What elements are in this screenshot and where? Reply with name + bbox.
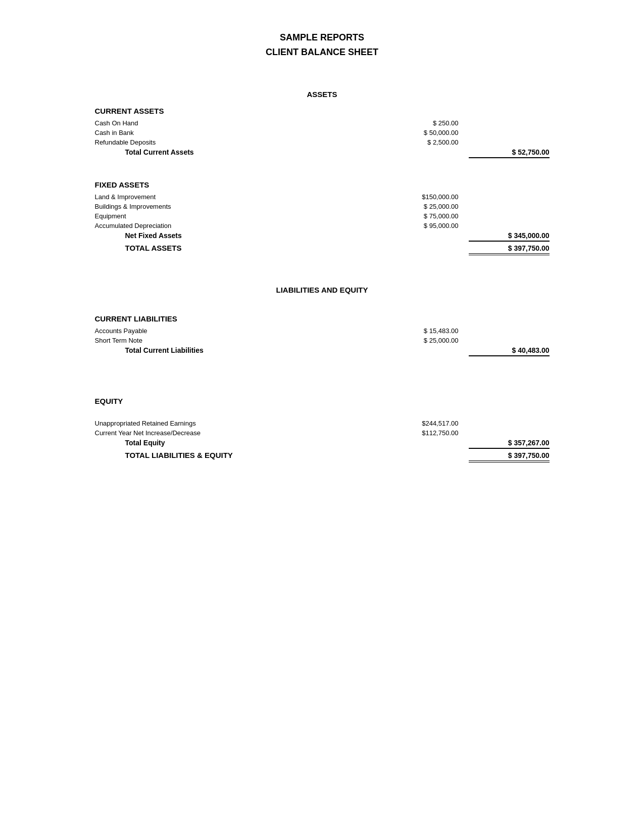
cash-in-bank-label: Cash in Bank [95,129,388,136]
total-current-liabilities-amount: $ 40,483.00 [469,346,550,356]
list-item: Land & Improvement $150,000.00 [95,193,550,201]
list-item: Refundable Deposits $ 2,500.00 [95,138,550,146]
assets-header: ASSETS [95,90,550,99]
list-item: Cash On Hand $ 250.00 [95,119,550,127]
current-assets-section: CURRENT ASSETS Cash On Hand $ 250.00 Cas… [95,107,550,158]
total-current-assets-amount: $ 52,750.00 [469,148,550,158]
title-line1: SAMPLE REPORTS [280,32,364,42]
fixed-assets-label: FIXED ASSETS [95,180,550,189]
current-assets-label: CURRENT ASSETS [95,107,550,115]
buildings-improvements-label: Buildings & Improvements [95,203,388,210]
total-current-liabilities-label: Total Current Liabilities [95,346,388,354]
accounts-payable-label: Accounts Payable [95,327,388,335]
short-term-note-amount: $ 25,000.00 [388,337,469,344]
net-fixed-assets-label: Net Fixed Assets [95,231,388,240]
accounts-payable-amount: $ 15,483.00 [388,327,469,335]
cash-on-hand-amount: $ 250.00 [388,119,469,127]
accumulated-depreciation-amount: $ 95,000.00 [388,222,469,229]
current-liabilities-section: CURRENT LIABILITIES Accounts Payable $ 1… [95,314,550,356]
list-item: Equipment $ 75,000.00 [95,212,550,220]
accumulated-depreciation-label: Accumulated Depreciation [95,222,388,229]
total-equity-amount: $ 357,267.00 [469,439,550,449]
total-current-liabilities-row: Total Current Liabilities $ 40,483.00 [95,346,550,356]
current-year-net-amount: $112,750.00 [388,429,469,437]
land-improvement-label: Land & Improvement [95,193,388,201]
total-equity-label: Total Equity [95,439,388,447]
list-item: Buildings & Improvements $ 25,000.00 [95,203,550,210]
total-liabilities-equity-label: Total Liabilities & Equity [95,451,388,459]
title-line2: CLIENT BALANCE SHEET [266,47,378,57]
refundable-deposits-amount: $ 2,500.00 [388,138,469,146]
liabilities-equity-header: LIABILITIES AND EQUITY [95,286,550,294]
land-improvement-amount: $150,000.00 [388,193,469,201]
list-item: Accounts Payable $ 15,483.00 [95,327,550,335]
short-term-note-label: Short Term Note [95,337,388,344]
total-liabilities-equity-row: Total Liabilities & Equity $ 397,750.00 [95,451,550,462]
list-item: Unappropriated Retained Earnings $244,51… [95,420,550,427]
current-year-net-label: Current Year Net Increase/Decrease [95,429,388,437]
total-liabilities-equity-amount: $ 397,750.00 [469,451,550,462]
current-liabilities-label: CURRENT LIABILITIES [95,314,550,323]
cash-on-hand-label: Cash On Hand [95,119,388,127]
equipment-amount: $ 75,000.00 [388,212,469,220]
unappropriated-retained-earnings-amount: $244,517.00 [388,420,469,427]
total-current-assets-row: Total Current Assets $ 52,750.00 [95,148,550,158]
total-assets-amount: $ 397,750.00 [469,244,550,255]
report-title: SAMPLE REPORTS CLIENT BALANCE SHEET [95,30,550,60]
total-assets-label: TOTAL ASSETS [95,244,388,252]
total-current-assets-label: Total Current Assets [95,148,388,156]
fixed-assets-section: FIXED ASSETS Land & Improvement $150,000… [95,180,550,255]
total-equity-row: Total Equity $ 357,267.00 [95,439,550,449]
list-item: Accumulated Depreciation $ 95,000.00 [95,222,550,229]
list-item: Short Term Note $ 25,000.00 [95,337,550,344]
equity-section: EQUITY Unappropriated Retained Earnings … [95,397,550,462]
equity-label: EQUITY [95,397,550,405]
total-assets-row: TOTAL ASSETS $ 397,750.00 [95,244,550,255]
unappropriated-retained-earnings-label: Unappropriated Retained Earnings [95,420,388,427]
list-item: Cash in Bank $ 50,000.00 [95,129,550,136]
cash-in-bank-amount: $ 50,000.00 [388,129,469,136]
equipment-label: Equipment [95,212,388,220]
refundable-deposits-label: Refundable Deposits [95,138,388,146]
net-fixed-assets-amount: $ 345,000.00 [469,231,550,242]
buildings-improvements-amount: $ 25,000.00 [388,203,469,210]
net-fixed-assets-row: Net Fixed Assets $ 345,000.00 [95,231,550,242]
list-item: Current Year Net Increase/Decrease $112,… [95,429,550,437]
